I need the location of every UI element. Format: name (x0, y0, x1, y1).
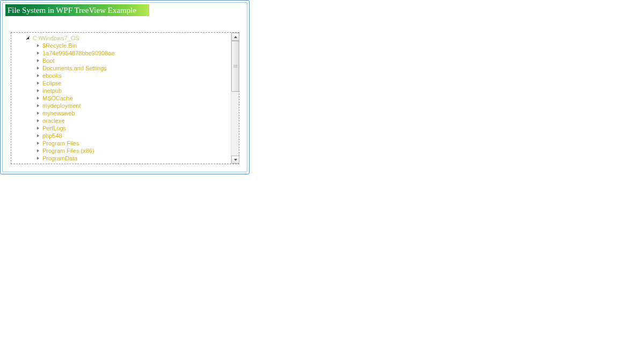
tree-node-label: Program Files (x86) (42, 147, 94, 155)
tree-node-label: inetpub (42, 87, 62, 94)
tree-node-label: C:\Windows7_OS (33, 34, 79, 42)
tree-node-label: PerfLogs (42, 124, 66, 132)
tree-node[interactable]: inetpub (11, 87, 231, 94)
treeview[interactable]: C:\Windows7_OS $Recycle.Bin1a74e9954878b… (11, 32, 239, 164)
tree-node-label: Eclipse (42, 79, 61, 87)
chevron-right-icon[interactable] (37, 112, 39, 115)
tree-node[interactable]: Boot (11, 57, 231, 64)
title-label: File System in WPF TreeView Example (8, 6, 136, 15)
tree-node[interactable]: oraclexe (11, 117, 231, 124)
tree-node[interactable]: Eclipse (11, 79, 231, 87)
chevron-right-icon[interactable] (37, 119, 39, 122)
chevron-down-icon (234, 159, 237, 161)
tree-node-label: Documents and Settings (42, 64, 107, 72)
scroll-thumb[interactable] (231, 41, 239, 92)
page-title: File System in WPF TreeView Example (5, 4, 149, 16)
chevron-right-icon[interactable] (37, 67, 39, 70)
tree-node-root[interactable]: C:\Windows7_OS (11, 34, 231, 42)
tree-node[interactable]: PerfLogs (11, 124, 231, 132)
chevron-up-icon (234, 36, 237, 38)
tree-node-label: MSOCache (42, 94, 73, 102)
tree-node[interactable]: Documents and Settings (11, 64, 231, 72)
chevron-right-icon[interactable] (37, 74, 39, 77)
tree-children-list: $Recycle.Bin1a74e9954878bbe90908aeBootDo… (11, 42, 231, 164)
tree-node-label: oraclexe (42, 117, 65, 124)
tree-node[interactable]: mydeployment (11, 102, 231, 109)
tree-node-label: ProgramData (42, 155, 77, 162)
tree-node-label: Program Files (42, 139, 79, 147)
chevron-right-icon[interactable] (37, 104, 39, 107)
tree-node[interactable]: ebooks (11, 72, 231, 79)
tree-node[interactable]: Program Files (11, 139, 231, 147)
tree-node-label: mydeployment (42, 102, 81, 109)
chevron-down-icon[interactable] (26, 36, 30, 40)
tree-node[interactable]: $Recycle.Bin (11, 42, 231, 49)
tree-node-label: php548 (42, 132, 62, 139)
chevron-right-icon[interactable] (37, 157, 39, 160)
tree-node-label: $Recycle.Bin (42, 42, 77, 49)
chevron-right-icon[interactable] (37, 127, 39, 130)
chevron-right-icon[interactable] (37, 44, 39, 47)
chevron-right-icon[interactable] (37, 149, 39, 152)
chevron-right-icon[interactable] (37, 142, 39, 145)
tree-node[interactable]: 1a74e9954878bbe90908ae (11, 49, 231, 57)
tree-node-label: Boot (42, 57, 55, 64)
tree-root-list: C:\Windows7_OS $Recycle.Bin1a74e9954878b… (11, 34, 231, 164)
chevron-right-icon[interactable] (37, 82, 39, 85)
tree-node[interactable]: ProgramData (11, 155, 231, 162)
app-window: File System in WPF TreeView Example C:\W… (0, 0, 250, 174)
chevron-right-icon[interactable] (37, 97, 39, 100)
tree-node-label: Recovery (42, 162, 67, 164)
chevron-right-icon[interactable] (37, 52, 39, 55)
scroll-down-button[interactable] (231, 156, 239, 164)
tree-node[interactable]: php548 (11, 132, 231, 139)
tree-node[interactable]: Recovery (11, 162, 231, 164)
tree-node-label: 1a74e9954878bbe90908ae (42, 49, 115, 57)
tree-node[interactable]: Program Files (x86) (11, 147, 231, 155)
scroll-up-button[interactable] (231, 33, 239, 41)
tree-node[interactable]: mynewsweb (11, 109, 231, 117)
window-client-area: File System in WPF TreeView Example C:\W… (2, 2, 247, 172)
tree-node-label: ebooks (42, 72, 61, 79)
vertical-scrollbar[interactable] (231, 33, 239, 164)
chevron-right-icon[interactable] (37, 59, 39, 62)
tree-scroll-viewport: C:\Windows7_OS $Recycle.Bin1a74e9954878b… (11, 33, 231, 164)
chevron-right-icon[interactable] (37, 89, 39, 92)
tree-node[interactable]: MSOCache (11, 94, 231, 102)
chevron-right-icon[interactable] (37, 134, 39, 137)
title-row: File System in WPF TreeView Example (4, 4, 245, 16)
tree-node-label: mynewsweb (42, 109, 75, 117)
